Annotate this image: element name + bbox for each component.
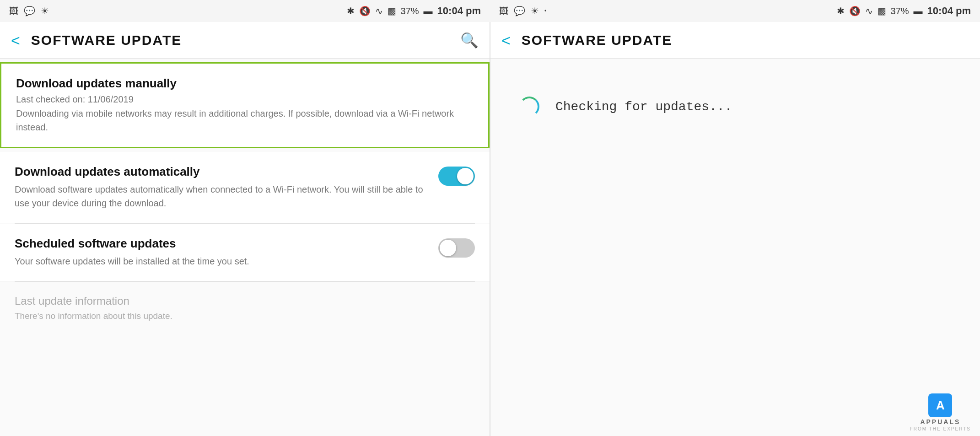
bluetooth-icon: ✱ (347, 5, 355, 16)
signal-icon-r: ▩ (878, 5, 886, 16)
right-page-title: SOFTWARE UPDATE (522, 32, 969, 48)
spinner-arc (519, 97, 539, 117)
left-app-bar: < SOFTWARE UPDATE 🔍 (0, 22, 490, 59)
left-screen: < SOFTWARE UPDATE 🔍 Download updates man… (0, 22, 490, 436)
right-left-status-icons: 🖼 💬 ☀ • (499, 5, 546, 16)
scheduled-toggle[interactable] (438, 238, 475, 258)
battery-icon: ▬ (424, 6, 433, 16)
right-right-status-icons: ✱ 🔇 ∿ ▩ 37% ▬ 10:04 pm (837, 5, 971, 17)
last-update-title: Last update information (15, 295, 475, 307)
whatsapp-status-icon: 💬 (24, 5, 35, 16)
right-status-bar: 🖼 💬 ☀ • ✱ 🔇 ∿ ▩ 37% ▬ 10:04 pm (490, 0, 980, 22)
checking-text: Checking for updates... (555, 100, 732, 114)
wifi-icon-r: ∿ (865, 5, 873, 16)
right-back-button[interactable]: < (501, 32, 511, 48)
checking-container: Checking for updates... (490, 59, 980, 155)
download-auto-desc: Download software updates automatically … (15, 183, 427, 210)
appuals-watermark: A APPUALS FROM THE EXPERTS (910, 393, 971, 431)
wifi-icon: ∿ (375, 5, 383, 16)
image-status-icon-r: 🖼 (499, 6, 508, 16)
right-time: 10:04 pm (927, 5, 971, 17)
download-manually-date: Last checked on: 11/06/2019 (16, 94, 474, 105)
download-auto-text: Download updates automatically Download … (15, 165, 438, 210)
scheduled-toggle-knob (440, 240, 456, 256)
dot-icon: • (544, 8, 546, 14)
download-automatically-item[interactable]: Download updates automatically Download … (0, 152, 490, 223)
loading-spinner (518, 95, 541, 118)
mute-icon: 🔇 (359, 5, 371, 16)
image-status-icon: 🖼 (9, 6, 18, 16)
brightness-status-icon-r: ☀ (531, 5, 539, 16)
last-update-section: Last update information There's no infor… (0, 282, 490, 328)
scheduled-row: Scheduled software updates Your software… (15, 237, 475, 268)
left-screen-content: Download updates manually Last checked o… (0, 59, 490, 436)
bluetooth-icon-r: ✱ (837, 5, 845, 16)
battery-icon-r: ▬ (914, 6, 923, 16)
auto-download-toggle[interactable] (438, 167, 475, 186)
right-status-icons: ✱ 🔇 ∿ ▩ 37% ▬ 10:04 pm (347, 5, 481, 17)
scheduled-desc: Your software updates will be installed … (15, 254, 427, 268)
battery-percent-r: 37% (891, 6, 909, 16)
status-bar-container: 🖼 💬 ☀ ✱ 🔇 ∿ ▩ 37% ▬ 10:04 pm 🖼 💬 ☀ • ✱ 🔇… (0, 0, 980, 22)
last-update-desc: There's no information about this update… (15, 311, 475, 321)
download-manually-desc: Downloading via mobile networks may resu… (16, 107, 474, 134)
battery-percent: 37% (401, 6, 419, 16)
screens-container: < SOFTWARE UPDATE 🔍 Download updates man… (0, 22, 980, 436)
brightness-status-icon: ☀ (41, 5, 49, 16)
appuals-logo-subtitle: FROM THE EXPERTS (910, 426, 971, 431)
left-back-button[interactable]: < (11, 32, 20, 48)
left-status-bar: 🖼 💬 ☀ ✱ 🔇 ∿ ▩ 37% ▬ 10:04 pm (0, 0, 490, 22)
download-manually-title: Download updates manually (16, 76, 474, 91)
scheduled-title: Scheduled software updates (15, 237, 427, 251)
right-screen: < SOFTWARE UPDATE Checking for updates..… (490, 22, 980, 436)
right-app-bar: < SOFTWARE UPDATE (490, 22, 980, 59)
download-auto-row: Download updates automatically Download … (15, 165, 475, 210)
left-time: 10:04 pm (437, 5, 481, 17)
whatsapp-status-icon-r: 💬 (514, 5, 525, 16)
scheduled-text: Scheduled software updates Your software… (15, 237, 438, 268)
download-manually-item[interactable]: Download updates manually Last checked o… (0, 62, 490, 148)
auto-download-toggle-knob (457, 168, 474, 184)
signal-icon: ▩ (388, 5, 396, 16)
left-status-icons: 🖼 💬 ☀ (9, 5, 49, 16)
download-auto-title: Download updates automatically (15, 165, 427, 179)
appuals-logo-icon: A (928, 393, 952, 417)
left-page-title: SOFTWARE UPDATE (31, 32, 449, 48)
scheduled-updates-item[interactable]: Scheduled software updates Your software… (0, 224, 490, 281)
search-icon[interactable]: 🔍 (460, 32, 479, 49)
mute-icon-r: 🔇 (849, 5, 861, 16)
appuals-logo-name: APPUALS (920, 418, 960, 425)
